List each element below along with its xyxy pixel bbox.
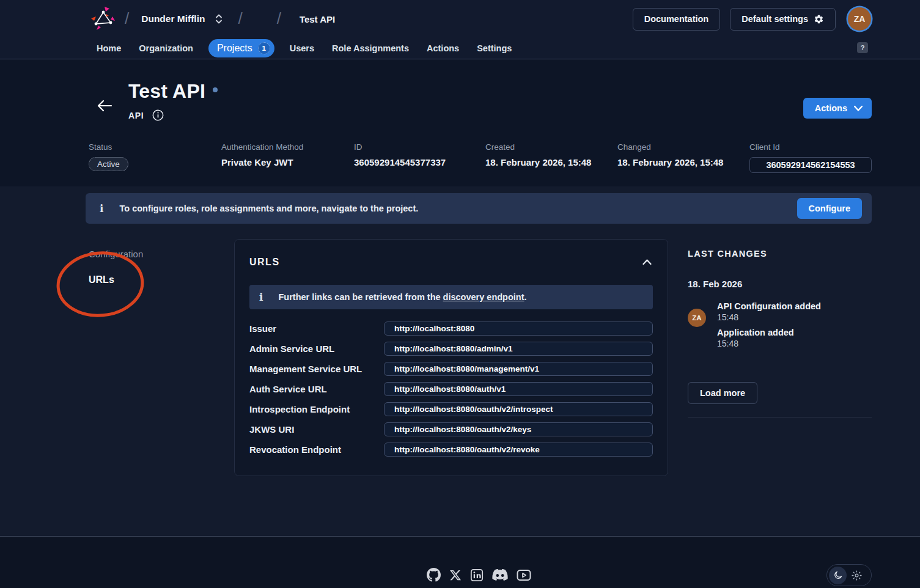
linkedin-icon[interactable] [470, 568, 484, 582]
divider [688, 417, 872, 417]
avatar-initials: ZA [692, 314, 701, 322]
nav-item-organization[interactable]: Organization [139, 43, 193, 53]
load-more-button[interactable]: Load more [688, 382, 757, 404]
theme-toggle[interactable] [826, 564, 872, 586]
avatar-initials: ZA [854, 14, 866, 24]
meta-value: 18. February 2026, 15:48 [485, 157, 617, 167]
nav-item-role-assignments[interactable]: Role Assignments [332, 43, 409, 53]
url-fields: Issuer Admin Service URL Management Serv… [249, 318, 653, 460]
field-row-jkws-uri: JKWS URI [249, 419, 653, 439]
app-meta-row: Status Active Authentication Method Priv… [89, 142, 872, 173]
meta-changed: Changed 18. February 2026, 15:48 [617, 142, 749, 173]
org-switcher-icon[interactable] [213, 12, 224, 26]
info-circle-icon[interactable] [152, 109, 164, 121]
list-item: API Configuration added 15:48 [717, 301, 821, 322]
sidebar-item-urls[interactable]: URLs [89, 274, 143, 285]
issuer-input[interactable] [384, 322, 653, 336]
chevron-down-icon [854, 106, 863, 111]
meta-label: Changed [617, 142, 749, 152]
configure-info-banner: i To configure roles, role assignments a… [86, 193, 872, 224]
auth-service-url-input[interactable] [384, 382, 653, 396]
nav-item-settings[interactable]: Settings [477, 43, 512, 53]
nav-item-projects[interactable]: Projects 1 [208, 39, 274, 57]
urls-card-title: URLS [249, 257, 280, 268]
page-footer [0, 536, 920, 588]
field-row-auth-service-url: Auth Service URL [249, 379, 653, 399]
urls-card: URLS i Further links can be retrieved fr… [234, 239, 668, 476]
x-icon[interactable] [449, 569, 462, 581]
light-mode-sun-icon[interactable] [847, 570, 866, 581]
banner-text: Further links can be retrieved from the [278, 292, 443, 302]
breadcrumb-separator: / [238, 9, 242, 28]
discovery-info-banner: i Further links can be retrieved from th… [249, 285, 653, 309]
revocation-endpoint-input[interactable] [384, 443, 653, 457]
introspection-endpoint-input[interactable] [384, 402, 653, 416]
banner-text: . [524, 292, 527, 302]
management-service-url-input[interactable] [384, 362, 653, 376]
breadcrumb-org-name[interactable]: Dunder Mifflin [141, 13, 205, 24]
meta-label: ID [354, 142, 485, 152]
event-label: API Configuration added [717, 301, 821, 311]
sidebar-section-label: Configuration [89, 249, 143, 259]
chevron-up-icon[interactable] [641, 258, 653, 266]
info-icon: i [259, 292, 263, 303]
last-changes-title: LAST CHANGES [688, 249, 872, 259]
discovery-endpoint-link[interactable]: discovery endpoint [443, 292, 524, 302]
configure-button[interactable]: Configure [797, 198, 862, 219]
event-time: 15:48 [717, 339, 821, 348]
nav-item-users[interactable]: Users [290, 43, 314, 53]
meta-value: 18. February 2026, 15:48 [617, 157, 749, 167]
help-button[interactable]: ? [857, 42, 868, 53]
field-label: Revocation Endpoint [249, 444, 384, 455]
youtube-icon[interactable] [517, 569, 531, 581]
list-item: Application added 15:48 [717, 328, 821, 348]
projects-count-badge: 1 [258, 42, 270, 54]
breadcrumb-separator: / [277, 9, 281, 28]
info-icon: i [100, 204, 103, 214]
banner-text: To configure roles, role assignments and… [119, 204, 797, 213]
field-row-introspection-endpoint: Introspection Endpoint [249, 399, 653, 419]
social-links [427, 568, 531, 582]
main-nav: Home Organization Projects 1 Users Role … [0, 38, 920, 58]
meta-created: Created 18. February 2026, 15:48 [485, 142, 617, 173]
user-avatar[interactable]: ZA [848, 7, 871, 31]
meta-status: Status Active [89, 142, 221, 173]
last-changes-date: 18. Feb 2026 [688, 279, 872, 289]
field-row-issuer: Issuer [249, 318, 653, 339]
gear-icon [814, 14, 824, 24]
last-changes-panel: LAST CHANGES 18. Feb 2026 ZA API Configu… [688, 249, 872, 417]
avatar: ZA [688, 309, 706, 327]
title-block: Test API API [128, 80, 218, 121]
breadcrumb-project-name[interactable]: Test API [300, 14, 335, 24]
meta-label: Created [485, 142, 617, 152]
meta-label: Status [89, 142, 221, 152]
app-type-dot-icon [213, 87, 218, 92]
field-label: Admin Service URL [249, 344, 384, 354]
field-label: Auth Service URL [249, 384, 384, 394]
documentation-button-label: Documentation [644, 14, 709, 24]
nav-item-actions[interactable]: Actions [427, 43, 459, 53]
zitadel-logo-icon[interactable] [90, 6, 116, 32]
meta-id: ID 360592914545377337 [354, 142, 485, 173]
client-id-value[interactable]: 360592914562154553 [749, 157, 872, 173]
meta-client-id: Client Id 360592914562154553 [749, 142, 872, 173]
discord-icon[interactable] [492, 569, 508, 581]
event-time: 15:48 [717, 312, 821, 322]
github-icon[interactable] [427, 568, 441, 582]
jkws-uri-input[interactable] [384, 422, 653, 436]
field-row-revocation-endpoint: Revocation Endpoint [249, 439, 653, 460]
back-button[interactable] [97, 99, 112, 112]
nav-item-home[interactable]: Home [97, 43, 121, 53]
actions-dropdown-button[interactable]: Actions [803, 98, 872, 119]
dark-mode-moon-icon[interactable] [829, 567, 847, 584]
field-label: Issuer [249, 323, 384, 334]
default-settings-button[interactable]: Default settings [730, 8, 836, 31]
top-bar: / Dunder Mifflin / / Test API Documentat… [0, 0, 920, 59]
admin-service-url-input[interactable] [384, 342, 653, 356]
documentation-button[interactable]: Documentation [633, 8, 721, 31]
page-title: Test API [128, 80, 205, 103]
nav-item-projects-label: Projects [217, 43, 252, 54]
meta-label: Authentication Method [221, 142, 354, 152]
default-settings-button-label: Default settings [742, 14, 808, 24]
status-badge: Active [89, 157, 128, 171]
